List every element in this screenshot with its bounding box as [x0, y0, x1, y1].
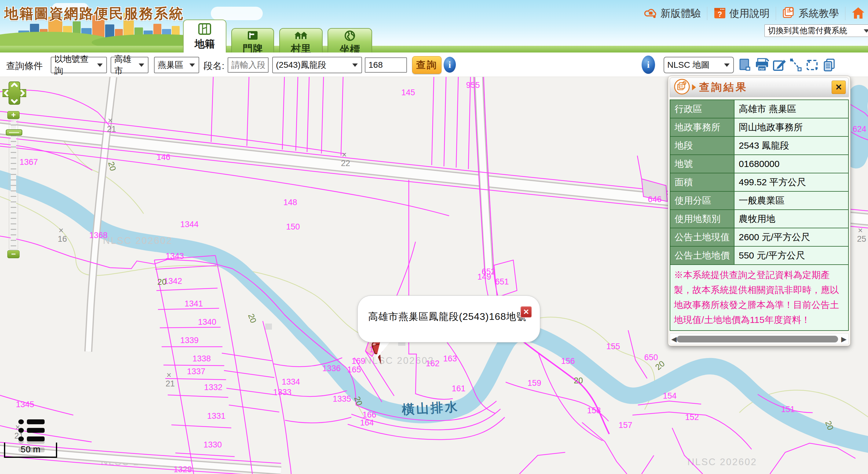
result-label: 地號 — [670, 155, 734, 173]
print-pdf-icon[interactable]: PDF — [755, 58, 771, 73]
parcel-number-label: 169 — [351, 357, 365, 366]
parcel-number-label: 1344 — [180, 220, 198, 229]
results-panel-close-button[interactable]: ✕ — [832, 80, 846, 94]
tutorial-pages-icon — [782, 6, 796, 21]
popup-close-button[interactable]: ✕ — [520, 306, 532, 318]
switch-system-select[interactable]: 切換到其他需付費系統 — [765, 25, 868, 37]
parcel-number-label: 149 — [477, 272, 491, 281]
parcel-number-label: 157 — [618, 420, 632, 430]
map-watermark: NLSC 202602 — [687, 456, 757, 467]
result-value: 岡山地政事務所 — [734, 118, 848, 136]
results-panel-title: 查詢結果 — [699, 80, 748, 94]
result-label: 地段 — [670, 136, 734, 155]
svg-text:?: ? — [718, 10, 722, 18]
link-help[interactable]: ? 使用說明 — [713, 6, 770, 21]
result-row: 面積499.52 平方公尺 — [670, 173, 848, 191]
parcel-number-input[interactable] — [365, 57, 407, 73]
pan-control[interactable] — [2, 81, 26, 105]
contour-elevation-label: 20 — [106, 161, 118, 172]
fullscreen-page-icon[interactable] — [738, 58, 752, 73]
district-select[interactable]: 燕巢區 — [154, 57, 199, 73]
parcel-number-label: 165 — [347, 365, 361, 374]
parcel-number-label: 1337 — [187, 367, 205, 376]
parcel-number-label: 1329 — [174, 465, 192, 474]
parcel-number-label: 1331 — [207, 411, 225, 420]
result-label: 面積 — [670, 173, 734, 191]
basemap-select[interactable]: NLSC 地圖 — [663, 57, 734, 73]
survey-cross-marker: × — [108, 116, 113, 125]
parcel-number-label: 1343 — [165, 251, 184, 261]
parcel-number-label: 1330 — [204, 440, 222, 449]
parcel-number-label: 1332 — [204, 383, 222, 392]
section-select[interactable]: (2543)鳳龍段 — [272, 57, 362, 73]
zoom-track[interactable] — [9, 120, 18, 250]
result-row: 使用分區一般農業區 — [670, 191, 848, 210]
contour-elevation-label: 20 — [574, 376, 583, 385]
parcel-number-label: 1368 — [89, 231, 107, 240]
tab-village[interactable]: 村里 — [279, 28, 322, 53]
app: 地籍圖資網路便民服務系統 新版體驗 ? 使用說明 系統教學 — [0, 0, 868, 474]
chevron-down-icon — [189, 64, 195, 67]
map-info-icon[interactable]: i — [642, 56, 655, 74]
parcel-number-label: 646 — [648, 195, 661, 204]
edit-annotate-icon[interactable] — [772, 58, 786, 73]
scroll-right-arrow[interactable]: ▶ — [841, 335, 847, 343]
result-value: 2543 鳳龍段 — [734, 136, 848, 155]
refresh-extent-icon[interactable] — [805, 58, 819, 73]
search-button[interactable]: 查詢 — [412, 56, 441, 74]
info-icon[interactable]: i — [444, 57, 456, 73]
chevron-down-icon — [139, 64, 144, 67]
divider — [845, 7, 845, 20]
search-toolbar: 查詢條件 以地號查詢 高雄市 燕巢區 段名: (2543)鳳龍段 查詢 i i … — [0, 53, 868, 77]
section-number-input[interactable] — [228, 57, 269, 73]
scroll-left-arrow[interactable]: ◀ — [671, 335, 677, 343]
parcel-number-label: 624 — [852, 125, 866, 134]
survey-cross-number: 25 — [857, 234, 866, 243]
parcel-number-label: 161 — [452, 384, 465, 393]
survey-cross-marker: × — [166, 371, 172, 380]
question-help-icon: ? — [713, 6, 726, 21]
results-note: ※本系統提供查詢之登記資料為定期產製，故本系統提供相關資訊非即時，應以地政事務所… — [670, 265, 849, 331]
survey-cross-number: 22 — [341, 159, 350, 168]
parcel-number-label: 1340 — [198, 317, 216, 327]
link-home[interactable]: 首頁 — [851, 6, 868, 21]
parcel-number-label: 1336 — [322, 364, 341, 373]
parcel-number-label: 159 — [527, 378, 541, 387]
condition-label: 查詢條件 — [6, 60, 43, 72]
survey-cross-number: 21 — [107, 125, 116, 134]
tab-coordinates[interactable]: 坐標 — [328, 28, 372, 53]
measure-icon[interactable] — [789, 58, 803, 73]
zoom-handle[interactable] — [6, 129, 22, 136]
survey-cross-marker: × — [858, 226, 863, 235]
parcel-number-label: 155 — [606, 342, 620, 351]
result-row: 地政事務所岡山地政事務所 — [670, 118, 848, 136]
horizontal-scrollbar[interactable]: ◀ ▶ — [670, 333, 849, 344]
copy-documents-icon[interactable] — [823, 58, 837, 73]
scale-text: 50 m — [3, 444, 58, 454]
parcel-number-label: 1335 — [333, 394, 351, 404]
zoom-out-button[interactable]: − — [7, 250, 20, 258]
result-row: 使用地類別農牧用地 — [670, 210, 848, 228]
parcel-number-label: 148 — [283, 198, 297, 207]
link-new-version[interactable]: 新版體驗 — [644, 7, 701, 21]
parcel-number-label: 164 — [360, 418, 374, 427]
chevron-down-icon — [97, 64, 103, 67]
search-type-select[interactable]: 以地號查詢 — [51, 57, 107, 73]
houses-icon — [280, 30, 322, 42]
zoom-in-button[interactable]: + — [7, 111, 20, 119]
scrollbar-thumb[interactable] — [677, 336, 838, 342]
parcel-number-label: 158 — [587, 406, 601, 415]
svg-text:PDF: PDF — [759, 67, 765, 70]
divider — [707, 7, 707, 20]
result-value: 農牧用地 — [734, 210, 848, 228]
link-tutorial[interactable]: 系統教學 — [782, 6, 839, 21]
result-label: 公告土地現值 — [670, 228, 734, 246]
city-select[interactable]: 高雄市 — [111, 57, 149, 73]
tab-door-number[interactable]: 門牌 — [231, 28, 274, 53]
tab-cadastre[interactable]: 地籍 — [183, 20, 226, 54]
parcel-popup: 高雄市燕巢區鳳龍段(2543)168地號 ✕ — [358, 296, 540, 342]
result-value: 01680000 — [734, 155, 848, 173]
cloud-graphic — [211, 7, 263, 20]
parcel-number-label: 651 — [495, 277, 509, 286]
results-icon — [674, 78, 690, 96]
